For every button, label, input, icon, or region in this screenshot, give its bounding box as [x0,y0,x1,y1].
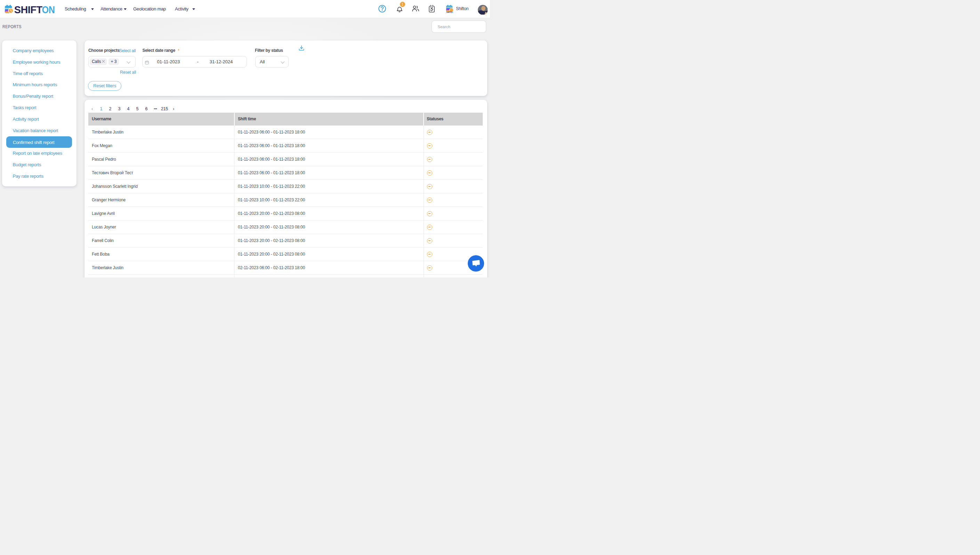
svg-text:ON: ON [42,5,55,13]
svg-text:SHIFT: SHIFT [14,5,42,13]
svg-text:SHIFTON: SHIFTON [446,11,454,13]
